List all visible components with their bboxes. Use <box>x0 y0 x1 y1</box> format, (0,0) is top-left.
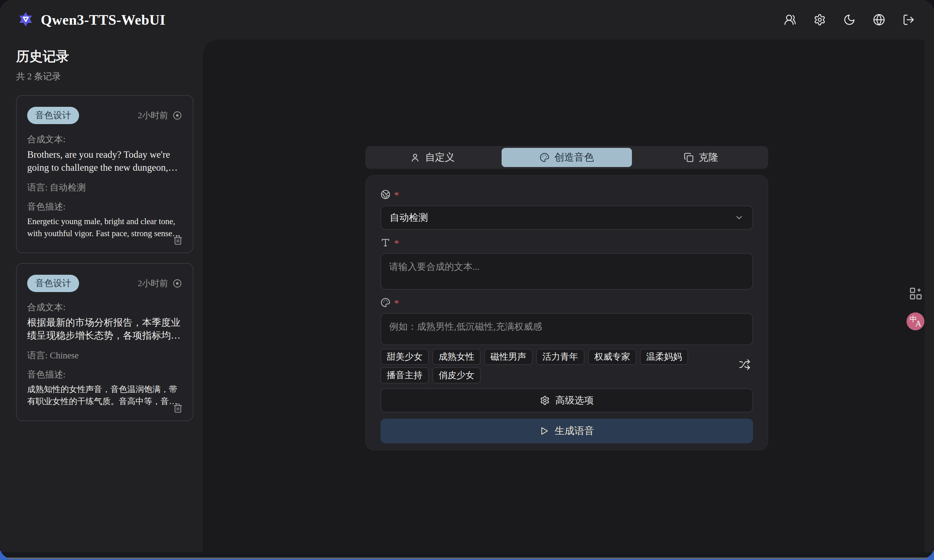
generate-speech-label: 生成语音 <box>555 424 594 438</box>
card-footer <box>173 403 183 413</box>
preset-chip[interactable]: 甜美少女 <box>381 349 429 365</box>
card-header: 音色设计 2小时前 <box>27 107 182 124</box>
language-line: 语言: Chinese <box>27 349 182 362</box>
window-resize-edge <box>7 557 927 559</box>
voice-description-input[interactable] <box>381 313 753 345</box>
palette-icon <box>539 152 549 162</box>
generate-speech-button[interactable]: 生成语音 <box>381 418 753 443</box>
logout-icon[interactable] <box>903 14 915 26</box>
required-asterisk: * <box>394 238 399 248</box>
history-card[interactable]: 音色设计 2小时前 合成文本: 根据最新的市场分析报告，本季度业绩呈现稳步增长态… <box>16 263 193 421</box>
create-voice-panel: * 自动检测 * * 甜美少女 成熟女性 磁性男声 活力青年 权威专家 <box>365 175 768 451</box>
tab-create-voice[interactable]: 创造音色 <box>502 148 632 167</box>
voice-preset-chips: 甜美少女 成熟女性 磁性男声 活力青年 权威专家 温柔妈妈 播音主持 俏皮少女 <box>381 349 753 383</box>
view-eye-icon[interactable] <box>173 111 182 120</box>
synth-text: Brothers, are you ready? Today we're goi… <box>27 148 182 174</box>
advanced-options-label: 高级选项 <box>555 394 593 407</box>
voice-design-badge: 音色设计 <box>27 275 79 292</box>
app-title: Qwen3-TTS-WebUI <box>41 12 166 28</box>
brand: Qwen3-TTS-WebUI <box>17 11 166 28</box>
dark-mode-moon-icon[interactable] <box>843 14 855 26</box>
synthesis-text-input[interactable] <box>381 253 753 289</box>
preset-chip[interactable]: 活力青年 <box>536 349 584 365</box>
language-field-label: * <box>381 189 753 201</box>
card-time: 2小时前 <box>138 277 182 289</box>
language-select[interactable]: 自动检测 <box>381 206 753 230</box>
preset-chip[interactable]: 播音主持 <box>381 368 429 383</box>
tab-clone[interactable]: 克隆 <box>636 148 766 167</box>
delete-trash-icon[interactable] <box>173 235 183 245</box>
preset-chip[interactable]: 俏皮少女 <box>432 368 481 383</box>
app-bar: Qwen3-TTS-WebUI <box>0 0 934 40</box>
palette-icon <box>381 298 390 308</box>
mode-tabbar: 自定义 创造音色 克隆 <box>365 146 768 169</box>
history-title: 历史记录 <box>16 48 203 65</box>
tab-label: 克隆 <box>699 151 718 164</box>
appbar-actions <box>784 14 915 26</box>
view-eye-icon[interactable] <box>173 278 182 288</box>
play-icon <box>539 426 549 436</box>
translate-icon[interactable]: 中 A <box>906 312 925 330</box>
preset-chip[interactable]: 磁性男声 <box>484 349 532 365</box>
history-count: 共 2 条记录 <box>16 71 203 83</box>
voice-design-badge: 音色设计 <box>27 107 79 124</box>
main-content: 自定义 创造音色 克隆 * 自动检测 * <box>203 40 925 552</box>
text-field-label: * <box>381 238 753 249</box>
advanced-options-button[interactable]: 高级选项 <box>381 388 753 412</box>
card-time: 2小时前 <box>138 109 182 122</box>
delete-trash-icon[interactable] <box>173 403 183 413</box>
grid-sparkle-icon[interactable] <box>909 286 923 301</box>
preset-chip[interactable]: 权威专家 <box>588 349 636 365</box>
preset-chip[interactable]: 温柔妈妈 <box>640 349 688 365</box>
voice-desc-field-label: * <box>381 298 753 309</box>
required-asterisk: * <box>394 298 399 308</box>
history-sidebar: 历史记录 共 2 条记录 音色设计 2小时前 合成文本: Brothers, a… <box>0 40 203 552</box>
gear-icon <box>540 395 550 405</box>
tab-label: 自定义 <box>425 151 455 164</box>
synth-text-label: 合成文本: <box>27 301 182 314</box>
chevron-down-icon <box>734 213 744 222</box>
required-asterisk: * <box>394 189 399 200</box>
history-card-list: 音色设计 2小时前 合成文本: Brothers, are you ready?… <box>16 95 193 421</box>
synth-text: 根据最新的市场分析报告，本季度业绩呈现稳步增长态势，各项指标均达到预期... <box>27 316 182 342</box>
language-select-value: 自动检测 <box>390 211 428 224</box>
time-label: 2小时前 <box>138 277 168 289</box>
tab-custom[interactable]: 自定义 <box>367 148 498 167</box>
shuffle-icon[interactable] <box>739 359 751 371</box>
synth-text-label: 合成文本: <box>27 133 182 146</box>
user-icon <box>410 152 420 162</box>
copy-icon <box>684 152 694 162</box>
settings-gear-icon[interactable] <box>814 14 826 26</box>
card-header: 音色设计 2小时前 <box>27 275 182 292</box>
language-line: 语言: 自动检测 <box>27 182 182 194</box>
language-globe-icon[interactable] <box>873 14 885 26</box>
voice-desc-label: 音色描述: <box>27 369 182 381</box>
voice-desc-text: 成熟知性的女性声音，音色温润饱满，带有职业女性的干练气质。音高中等，音域稳定。语… <box>27 383 182 407</box>
translate-en-glyph: A <box>916 319 922 328</box>
history-card[interactable]: 音色设计 2小时前 合成文本: Brothers, are you ready?… <box>16 95 193 253</box>
type-icon <box>381 238 390 248</box>
app-window: Qwen3-TTS-WebUI 历史记录 共 2 条记录 <box>0 0 934 558</box>
voice-desc-label: 音色描述: <box>27 201 182 213</box>
earth-icon <box>381 189 390 199</box>
card-footer <box>173 235 183 245</box>
qwen-logo-icon <box>17 11 34 28</box>
time-label: 2小时前 <box>138 109 168 122</box>
preset-chip[interactable]: 成熟女性 <box>432 349 481 365</box>
tab-label: 创造音色 <box>555 151 594 164</box>
users-icon[interactable] <box>784 14 796 26</box>
voice-desc-text: Energetic young male, bright and clear t… <box>27 215 182 239</box>
